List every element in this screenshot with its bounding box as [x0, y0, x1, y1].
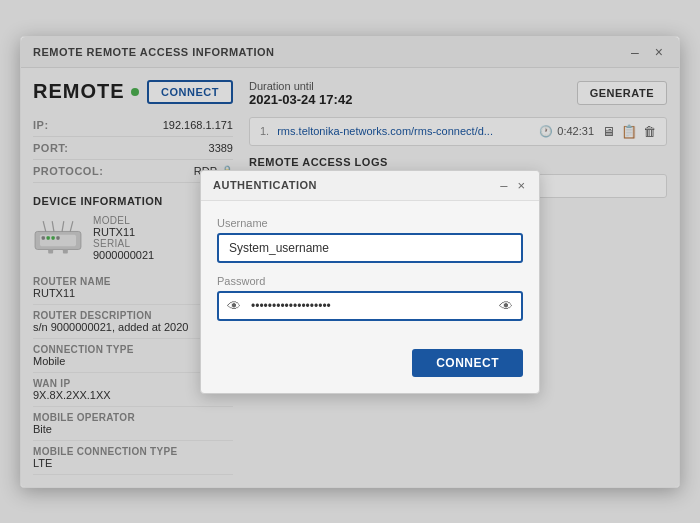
username-label: Username — [217, 217, 523, 229]
password-input[interactable] — [217, 291, 523, 321]
modal-close-button[interactable]: × — [515, 178, 527, 193]
modal-body: Username Password 👁 👁 — [201, 201, 539, 349]
auth-modal: AUTHENTICATION – × Username Password 👁 👁 — [200, 170, 540, 394]
modal-titlebar: AUTHENTICATION – × — [201, 171, 539, 201]
username-input[interactable] — [217, 233, 523, 263]
modal-controls: – × — [498, 178, 527, 193]
modal-overlay: AUTHENTICATION – × Username Password 👁 👁 — [21, 37, 679, 487]
eye-icon-right[interactable]: 👁 — [499, 298, 513, 314]
modal-title: AUTHENTICATION — [213, 179, 317, 191]
eye-icon-left[interactable]: 👁 — [227, 298, 241, 314]
modal-minimize-button[interactable]: – — [498, 178, 509, 193]
modal-footer: CONNECT — [201, 349, 539, 393]
password-label: Password — [217, 275, 523, 287]
password-wrapper: 👁 👁 — [217, 291, 523, 321]
password-field-group: Password 👁 👁 — [217, 275, 523, 321]
username-field-group: Username — [217, 217, 523, 263]
main-window: REMOTE REMOTE ACCESS INFORMATION – × REM… — [20, 36, 680, 488]
connect-modal-button[interactable]: CONNECT — [412, 349, 523, 377]
